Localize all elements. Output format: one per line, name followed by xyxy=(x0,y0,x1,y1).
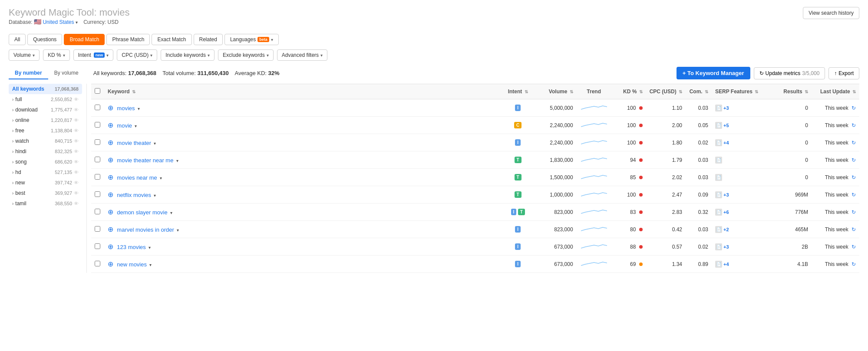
row-checkbox[interactable] xyxy=(95,157,100,162)
keyword-link[interactable]: movie xyxy=(117,122,132,129)
tab-related[interactable]: Related xyxy=(194,34,223,45)
sidebar-item-free[interactable]: ›free 1,138,804👁 xyxy=(9,125,82,136)
refresh-icon[interactable]: ↻ xyxy=(851,140,856,146)
refresh-icon[interactable]: ↻ xyxy=(851,157,856,163)
th-serp[interactable]: SERP Features ⇅ xyxy=(712,84,772,99)
sidebar-item-tamil[interactable]: ›tamil 368,550👁 xyxy=(9,198,82,209)
th-com[interactable]: Com. ⇅ xyxy=(686,84,712,99)
sidebar-item-watch[interactable]: ›watch 840,715👁 xyxy=(9,136,82,146)
add-keyword-icon[interactable]: ⊕ xyxy=(108,121,113,129)
sidebar-item-best[interactable]: ›best 369,927👁 xyxy=(9,188,82,198)
keyword-dropdown-arrow[interactable]: ▾ xyxy=(170,210,172,215)
dropdown-arrow[interactable]: ▾ xyxy=(76,20,78,25)
th-kd[interactable]: KD % ⇅ xyxy=(611,84,646,99)
add-keyword-icon[interactable]: ⊕ xyxy=(108,243,113,251)
add-keyword-icon[interactable]: ⊕ xyxy=(108,260,113,268)
keyword-dropdown-arrow[interactable]: ▾ xyxy=(154,141,156,146)
keyword-dropdown-arrow[interactable]: ▾ xyxy=(149,245,151,250)
keyword-link[interactable]: movie theater near me xyxy=(117,157,173,164)
exclude-keywords-filter[interactable]: Exclude keywords ▾ xyxy=(218,49,274,61)
tab-by-volume[interactable]: By volume xyxy=(48,67,85,79)
th-last-update[interactable]: Last Update ⇅ xyxy=(812,84,859,99)
keyword-dropdown-arrow[interactable]: ▾ xyxy=(154,193,156,198)
tab-all[interactable]: All xyxy=(9,34,26,45)
keyword-link[interactable]: new movies xyxy=(117,261,147,268)
sidebar-item-hd[interactable]: ›hd 527,135👁 xyxy=(9,167,82,177)
th-volume[interactable]: Volume ⇅ xyxy=(533,84,577,99)
sidebar-item-download[interactable]: ›download 1,775,477👁 xyxy=(9,105,82,115)
tab-broad-match[interactable]: Broad Match xyxy=(64,34,105,45)
row-checkbox[interactable] xyxy=(95,174,100,180)
sidebar-item-song[interactable]: ›song 686,620👁 xyxy=(9,157,82,167)
keyword-dropdown-arrow[interactable]: ▾ xyxy=(149,262,152,267)
keyword-link[interactable]: movies near me xyxy=(117,174,157,181)
tab-languages[interactable]: Languages beta ▾ xyxy=(224,34,279,45)
add-keyword-icon[interactable]: ⊕ xyxy=(108,156,113,164)
row-checkbox[interactable] xyxy=(95,243,100,249)
keyword-link[interactable]: netflix movies xyxy=(117,192,151,198)
row-checkbox[interactable] xyxy=(95,105,100,110)
keyword-dropdown-arrow[interactable]: ▾ xyxy=(138,106,140,111)
refresh-icon[interactable]: ↻ xyxy=(851,209,856,215)
add-keyword-icon[interactable]: ⊕ xyxy=(108,138,113,147)
add-keyword-icon[interactable]: ⊕ xyxy=(108,225,113,233)
volume-filter[interactable]: Volume ▾ xyxy=(9,49,40,61)
sidebar-item-full[interactable]: ›full 2,550,852👁 xyxy=(9,94,82,105)
add-keyword-icon[interactable]: ⊕ xyxy=(108,104,113,112)
refresh-icon[interactable]: ↻ xyxy=(851,174,856,180)
keyword-dropdown-arrow[interactable]: ▾ xyxy=(177,228,179,233)
sidebar-item-all-keywords[interactable]: All keywords 17,068,368 xyxy=(9,84,82,94)
country-link[interactable]: United States xyxy=(43,19,74,25)
row-checkbox[interactable] xyxy=(95,261,100,266)
select-all-checkbox[interactable] xyxy=(95,88,100,94)
kd-filter[interactable]: KD % ▾ xyxy=(43,49,70,61)
keyword-link[interactable]: demon slayer movie xyxy=(117,209,167,216)
row-checkbox[interactable] xyxy=(95,122,100,128)
keyword-dropdown-arrow[interactable]: ▾ xyxy=(135,124,137,128)
row-checkbox[interactable] xyxy=(95,209,100,214)
refresh-icon[interactable]: ↻ xyxy=(851,192,856,198)
add-keyword-icon[interactable]: ⊕ xyxy=(108,190,113,199)
keyword-link[interactable]: movie theater xyxy=(117,140,151,146)
trend-sparkline xyxy=(581,190,607,198)
kd-dot xyxy=(639,141,643,144)
intent-filter[interactable]: Intent new ▾ xyxy=(73,49,114,61)
update-metrics-button[interactable]: ↻ Update metrics 3/5,000 xyxy=(754,67,825,79)
tab-by-number[interactable]: By number xyxy=(9,67,48,79)
keyword-link[interactable]: 123 movies xyxy=(117,244,145,250)
intent-badge-i: I xyxy=(511,209,517,215)
add-keyword-icon[interactable]: ⊕ xyxy=(108,208,113,216)
row-checkbox[interactable] xyxy=(95,139,100,145)
refresh-icon[interactable]: ↻ xyxy=(851,122,856,128)
refresh-icon[interactable]: ↻ xyxy=(851,226,856,233)
sidebar-item-online[interactable]: ›online 1,220,817👁 xyxy=(9,115,82,125)
keyword-dropdown-arrow[interactable]: ▾ xyxy=(176,158,178,163)
refresh-icon[interactable]: ↻ xyxy=(851,244,856,250)
trend-sparkline xyxy=(581,242,607,250)
include-keywords-filter[interactable]: Include keywords ▾ xyxy=(161,49,215,61)
cpc-filter[interactable]: CPC (USD) ▾ xyxy=(117,49,157,61)
sidebar-item-new[interactable]: ›new 397,742👁 xyxy=(9,177,82,188)
refresh-icon[interactable]: ↻ xyxy=(851,105,856,111)
advanced-filters[interactable]: Advanced filters ▾ xyxy=(277,49,327,61)
sidebar-item-hindi[interactable]: ›hindi 832,325👁 xyxy=(9,146,82,157)
to-keyword-manager-button[interactable]: + To Keyword Manager xyxy=(677,67,750,79)
keyword-link[interactable]: movies xyxy=(117,105,135,112)
view-history-button[interactable]: View search history xyxy=(803,7,859,19)
refresh-icon[interactable]: ↻ xyxy=(851,261,856,267)
th-intent[interactable]: Intent ⇅ xyxy=(503,84,533,99)
export-button[interactable]: ↑ Export xyxy=(828,67,859,79)
tab-phrase-match[interactable]: Phrase Match xyxy=(106,34,150,45)
row-checkbox[interactable] xyxy=(95,191,100,197)
th-results[interactable]: Results ⇅ xyxy=(772,84,812,99)
tab-exact-match[interactable]: Exact Match xyxy=(152,34,191,45)
add-keyword-icon[interactable]: ⊕ xyxy=(108,173,113,181)
keyword-link[interactable]: marvel movies in order xyxy=(117,226,174,233)
th-cpc[interactable]: CPC (USD) ⇅ xyxy=(646,84,686,99)
tab-questions[interactable]: Questions xyxy=(27,34,62,45)
row-checkbox[interactable] xyxy=(95,226,100,232)
td-last-update: This week ↻ xyxy=(812,99,859,117)
th-keyword[interactable]: Keyword ⇅ xyxy=(104,84,503,99)
keyword-dropdown-arrow[interactable]: ▾ xyxy=(160,176,162,180)
th-trend[interactable]: Trend xyxy=(577,84,611,99)
